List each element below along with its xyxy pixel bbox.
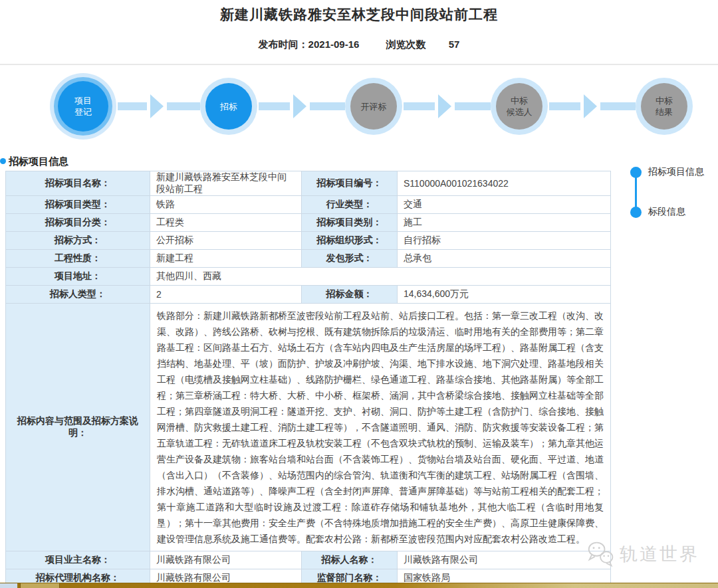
value-project-address: 其他四川、西藏 <box>150 268 611 286</box>
label-project-class: 招标项目类别： <box>302 214 398 232</box>
wechat-icon <box>586 539 616 569</box>
table-row: 招标内容与范围及招标方案说明： 铁路部分：新建川藏铁路新都桥至波密段站前工程及站… <box>6 304 611 551</box>
value-bid-amount: 14,634,600万元 <box>398 286 611 304</box>
value-bid-organization: 自行招标 <box>398 232 611 250</box>
nav-dot-icon <box>630 167 642 178</box>
views-count: 57 <box>449 39 460 50</box>
table-row: 招标人类型： 2 招标金额： 14,634,600万元 <box>6 286 611 304</box>
section-title: 招标项目信息 <box>9 155 68 167</box>
table-row: 项目地址： 其他四川、西藏 <box>6 268 611 286</box>
value-project-number: S110000A001021634022 <box>398 171 611 196</box>
nav-item-section-info[interactable]: 标段信息 <box>630 206 685 218</box>
nav-item-project-info[interactable]: 招标项目信息 <box>630 166 704 178</box>
label-owner-name: 项目业主名称： <box>6 551 150 569</box>
flow-arrow-icon <box>549 94 636 118</box>
publish-time-value: 2021-09-16 <box>308 39 360 50</box>
table-row: 招标项目类型： 铁路 行业类型： 交通 <box>6 196 611 214</box>
value-industry-type: 交通 <box>398 196 611 214</box>
value-scope-description: 铁路部分：新建川藏铁路新都桥至波密段站前工程及站前、站后接口工程。包括：第一章三… <box>150 304 611 551</box>
label-bid-method: 招标方式： <box>6 232 150 250</box>
step-circle: 开评标 <box>350 83 397 130</box>
label-project-nature: 工程性质： <box>6 250 150 268</box>
flow-arrow-icon <box>404 94 491 118</box>
label-scope-description: 招标内容与范围及招标方案说明： <box>6 304 150 551</box>
label-project-category: 招标项目分类： <box>6 214 150 232</box>
label-tenderer-type: 招标人类型： <box>6 286 150 304</box>
step-tendering[interactable]: 招标 <box>200 78 257 135</box>
watermark-text: 轨道世界 <box>620 542 699 566</box>
publish-meta: 发布时间：2021-09-16 浏览次数 57 <box>0 39 718 51</box>
value-contract-form: 总承包 <box>398 250 611 268</box>
value-project-category: 工程类 <box>150 214 302 232</box>
section-bullet-icon <box>0 158 6 164</box>
value-project-name: 新建川藏铁路雅安至林芝段中间段站前工程 <box>150 171 302 196</box>
step-bid-opening: 开评标 <box>345 78 402 135</box>
page-title: 新建川藏铁路雅安至林芝段中间段站前工程 <box>0 0 718 24</box>
bid-detail-page: 新建川藏铁路雅安至林芝段中间段站前工程 发布时间：2021-09-16 浏览次数… <box>0 0 718 588</box>
chevron-right-icon <box>150 94 164 118</box>
value-bid-method: 公开招标 <box>150 232 302 250</box>
table-row: 工程性质： 新建工程 发包形式： 总承包 <box>6 250 611 268</box>
value-project-class: 施工 <box>398 214 611 232</box>
bottom-bar <box>0 583 718 588</box>
step-label: 项目 登记 <box>74 95 92 118</box>
publish-time-label: 发布时间： <box>259 39 308 50</box>
flow-arrow-icon <box>118 94 200 118</box>
views-label: 浏览次数 <box>386 39 426 50</box>
step-label: 中标 候选人 <box>507 95 533 118</box>
step-label: 招标 <box>220 101 237 112</box>
step-winning-candidates: 中标 候选人 <box>491 78 548 135</box>
label-contract-form: 发包形式： <box>302 250 398 268</box>
value-project-nature: 新建工程 <box>150 250 302 268</box>
bottom-bar-segment <box>0 583 18 588</box>
value-tenderer-name: 川藏铁路有限公司 <box>398 551 611 569</box>
label-project-address: 项目地址： <box>6 268 150 286</box>
label-project-number: 招标项目编号： <box>302 171 398 196</box>
step-circle: 项目 登记 <box>58 81 108 132</box>
progress-flow: 项目 登记 招标 开评标 中标 候选人 中标 结果 <box>0 65 718 150</box>
step-circle: 中标 结果 <box>641 83 687 130</box>
label-project-name: 招标项目名称： <box>6 171 150 196</box>
project-info-table: 招标项目名称： 新建川藏铁路雅安至林芝段中间段站前工程 招标项目编号： S110… <box>5 171 611 588</box>
nav-dot-icon <box>630 207 642 218</box>
step-circle: 招标 <box>205 83 252 130</box>
step-label: 开评标 <box>361 101 387 112</box>
value-owner-name: 川藏铁路有限公司 <box>150 551 302 569</box>
step-circle: 中标 候选人 <box>496 83 542 130</box>
table-row: 项目业主名称： 川藏铁路有限公司 招标人名称： 川藏铁路有限公司 <box>6 551 611 569</box>
table-row: 招标方式： 公开招标 招标组织形式： 自行招标 <box>6 232 611 250</box>
label-project-type: 招标项目类型： <box>6 196 150 214</box>
chevron-right-icon <box>293 94 306 118</box>
label-tenderer-name: 招标人名称： <box>302 551 398 569</box>
bottom-bar-segment <box>20 583 60 588</box>
flow-arrow-icon <box>259 94 345 118</box>
nav-item-label: 标段信息 <box>648 206 685 218</box>
chevron-right-icon <box>584 94 597 118</box>
table-row: 招标项目名称： 新建川藏铁路雅安至林芝段中间段站前工程 招标项目编号： S110… <box>6 171 611 196</box>
step-label: 中标 结果 <box>656 95 673 118</box>
nav-item-label: 招标项目信息 <box>648 166 704 178</box>
label-industry-type: 行业类型： <box>302 196 398 214</box>
section-header-project-info: 招标项目信息 <box>0 155 718 168</box>
value-tenderer-type: 2 <box>150 286 302 304</box>
step-winning-result: 中标 结果 <box>636 78 693 135</box>
value-project-type: 铁路 <box>150 196 302 214</box>
label-bid-organization: 招标组织形式： <box>302 232 398 250</box>
table-row: 招标项目分类： 工程类 招标项目类别： 施工 <box>6 214 611 232</box>
label-bid-amount: 招标金额： <box>302 286 398 304</box>
step-project-registration[interactable]: 项目 登记 <box>50 73 116 140</box>
chevron-right-icon <box>438 94 451 118</box>
watermark: 轨道世界 <box>586 539 699 569</box>
